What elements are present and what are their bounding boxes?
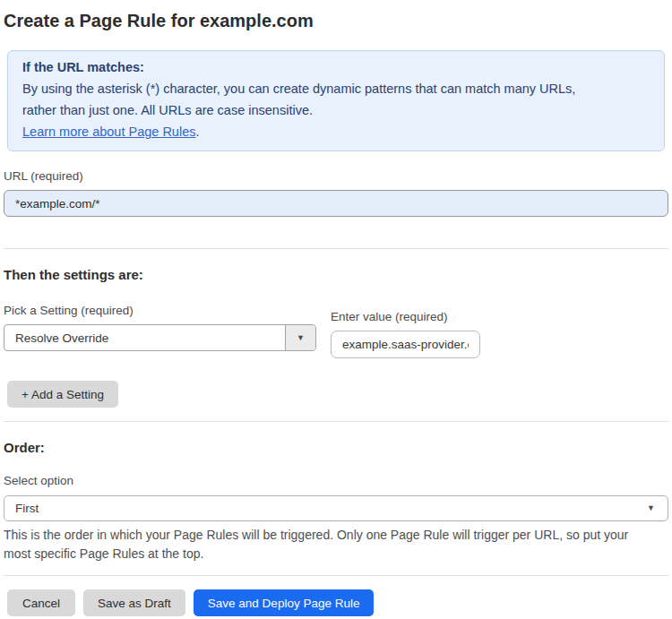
order-select-dropdown[interactable]: First ▼: [4, 495, 668, 521]
order-selected-value: First: [4, 502, 647, 515]
setting-value-input[interactable]: [331, 331, 480, 358]
setting-picker-arrow-segment[interactable]: ▼: [285, 325, 315, 350]
page-rule-form: Create a Page Rule for example.com If th…: [0, 0, 672, 619]
divider: [4, 421, 668, 422]
info-callout-body-line-1: By using the asterisk (*) character, you…: [22, 78, 650, 99]
order-help-line-1: This is the order in which your Page Rul…: [4, 526, 668, 545]
order-help-text: This is the order in which your Page Rul…: [4, 526, 668, 563]
link-suffix-period: .: [195, 125, 199, 139]
setting-value-column: Enter value (required): [331, 292, 480, 358]
setting-value-label: Enter value (required): [331, 310, 480, 324]
footer-actions: Cancel Save as Draft Save and Deploy Pag…: [7, 589, 668, 619]
setting-row: Pick a Setting (required) Resolve Overri…: [4, 286, 668, 358]
setting-picker-label: Pick a Setting (required): [4, 304, 316, 318]
info-callout-heading: If the URL matches:: [22, 56, 650, 78]
info-callout-link-line: Learn more about Page Rules.: [22, 121, 650, 142]
setting-picker-selected-value: Resolve Override: [4, 325, 285, 350]
setting-picker-column: Pick a Setting (required) Resolve Overri…: [4, 286, 316, 351]
url-field-label: URL (required): [4, 169, 668, 184]
setting-picker-dropdown[interactable]: Resolve Override ▼: [4, 324, 316, 351]
save-as-draft-button[interactable]: Save as Draft: [83, 589, 185, 616]
chevron-down-icon: ▼: [297, 334, 305, 342]
order-select-label: Select option: [4, 474, 668, 488]
info-callout-body-line-2: rather than just one. All URLs are case …: [22, 99, 650, 121]
chevron-down-icon: ▼: [647, 504, 655, 512]
order-section-heading: Order:: [4, 440, 668, 456]
order-help-line-2: most specific Page Rules at the top.: [4, 545, 668, 563]
cancel-button[interactable]: Cancel: [7, 589, 75, 616]
page-title: Create a Page Rule for example.com: [4, 10, 668, 31]
add-setting-button[interactable]: + Add a Setting: [7, 381, 118, 408]
settings-section-heading: Then the settings are:: [4, 267, 668, 283]
url-input[interactable]: [4, 190, 668, 217]
divider: [4, 575, 668, 576]
learn-more-link[interactable]: Learn more about Page Rules: [22, 125, 195, 139]
save-and-deploy-button[interactable]: Save and Deploy Page Rule: [194, 589, 375, 616]
divider: [4, 248, 668, 249]
url-match-info-callout: If the URL matches: By using the asteris…: [7, 50, 665, 151]
